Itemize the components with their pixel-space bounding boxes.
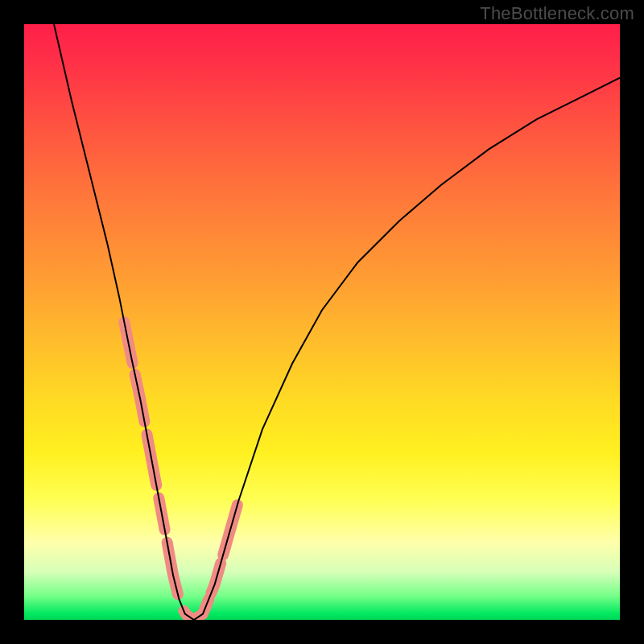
- plot-area: [24, 24, 620, 620]
- watermark-text: TheBottleneck.com: [480, 3, 634, 24]
- marker-group: [124, 322, 237, 619]
- chart-frame: TheBottleneck.com: [0, 0, 644, 644]
- curve-svg: [24, 24, 620, 620]
- bottleneck-curve: [54, 24, 620, 620]
